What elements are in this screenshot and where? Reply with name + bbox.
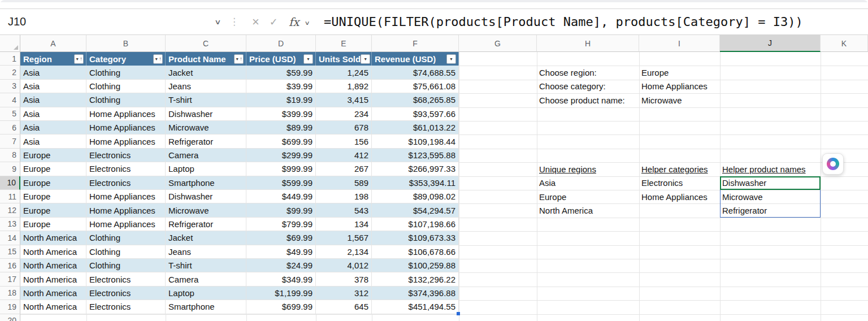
cell-A19[interactable]: North America [20, 300, 86, 314]
cell-D18[interactable]: $1,199.99 [246, 287, 316, 300]
cell-A13[interactable]: Europe [20, 218, 86, 231]
cell-C3[interactable]: Jeans [166, 80, 246, 93]
row-header-5[interactable]: 5 [0, 107, 20, 121]
row-header-8[interactable]: 8 [0, 149, 20, 162]
cell-A12[interactable]: Europe [20, 203, 86, 217]
cell-B6[interactable]: Home Appliances [86, 121, 166, 135]
cell-B8[interactable]: Electronics [86, 149, 166, 162]
cell-I4[interactable]: Microwave [639, 93, 720, 107]
column-header-G[interactable]: G [459, 35, 537, 52]
cell-A18[interactable]: North America [20, 287, 86, 300]
cell-C5[interactable]: Dishwasher [166, 107, 246, 121]
table-resize-handle[interactable] [457, 312, 460, 315]
cell-D14[interactable]: $69.99 [246, 231, 316, 245]
table-header-product-name[interactable]: Product Name▼↑ [166, 52, 246, 66]
cell-E7[interactable]: 156 [316, 135, 372, 148]
cell-B11[interactable]: Home Appliances [86, 190, 166, 203]
row-header-12[interactable]: 12 [0, 203, 20, 217]
cell-E15[interactable]: 2,134 [316, 245, 372, 259]
cell-F5[interactable]: $93,597.66 [372, 107, 459, 121]
row-header-10[interactable]: 10 [0, 176, 20, 190]
cell-C7[interactable]: Refrigerator [166, 135, 246, 148]
cell-B17[interactable]: Electronics [86, 272, 166, 286]
row-header-14[interactable]: 14 [0, 231, 20, 245]
cell-F9[interactable]: $266,997.33 [372, 162, 459, 176]
cell-D11[interactable]: $449.99 [246, 190, 316, 203]
cell-B13[interactable]: Home Appliances [86, 218, 166, 231]
cell-B19[interactable]: Electronics [86, 300, 166, 314]
table-header-category[interactable]: Category▼↑ [86, 52, 166, 66]
cell-A2[interactable]: Asia [20, 66, 86, 79]
cell-D10[interactable]: $599.99 [246, 176, 316, 190]
cell-A17[interactable]: North America [20, 272, 86, 286]
column-header-F[interactable]: F [372, 35, 459, 52]
formula-expand-chevron-icon[interactable]: ∨ [304, 20, 310, 26]
cell-D15[interactable]: $49.99 [246, 245, 316, 259]
table-header-region[interactable]: Region▼↑ [20, 52, 86, 66]
cell-H10[interactable]: Asia [537, 176, 639, 190]
column-header-I[interactable]: I [639, 35, 720, 52]
cell-D3[interactable]: $39.99 [246, 80, 316, 93]
cell-H12[interactable]: North America [537, 203, 639, 217]
cell-D13[interactable]: $799.99 [246, 218, 316, 231]
cell-E12[interactable]: 543 [316, 203, 372, 217]
cell-A5[interactable]: Asia [20, 107, 86, 121]
cell-C14[interactable]: Jacket [166, 231, 246, 245]
row-header-6[interactable]: 6 [0, 121, 20, 135]
cell-E4[interactable]: 3,415 [316, 93, 372, 107]
formula-input[interactable]: =UNIQUE(FILTER(products[Product Name], p… [324, 15, 803, 29]
cell-B4[interactable]: Clothing [86, 93, 166, 107]
cell-F2[interactable]: $74,688.55 [372, 66, 459, 79]
row-header-7[interactable]: 7 [0, 135, 20, 148]
row-header-20[interactable]: 20 [0, 314, 20, 321]
cell-I2[interactable]: Europe [639, 66, 720, 79]
cell-D19[interactable]: $699.99 [246, 300, 316, 314]
copilot-button[interactable] [822, 153, 844, 175]
cell-F18[interactable]: $374,396.88 [372, 287, 459, 300]
cell-F6[interactable]: $61,013.22 [372, 121, 459, 135]
cell-D7[interactable]: $699.99 [246, 135, 316, 148]
cell-A3[interactable]: Asia [20, 80, 86, 93]
cell-A4[interactable]: Asia [20, 93, 86, 107]
cell-B10[interactable]: Electronics [86, 176, 166, 190]
cell-F10[interactable]: $353,394.11 [372, 176, 459, 190]
cell-A8[interactable]: Europe [20, 149, 86, 162]
cell-C11[interactable]: Dishwasher [166, 190, 246, 203]
cell-E2[interactable]: 1,245 [316, 66, 372, 79]
cell-E19[interactable]: 645 [316, 300, 372, 314]
table-header-price-usd-[interactable]: Price (USD)▼ [246, 52, 316, 66]
cell-C19[interactable]: Smartphone [166, 300, 246, 314]
cell-D17[interactable]: $349.99 [246, 272, 316, 286]
cell-D12[interactable]: $99.99 [246, 203, 316, 217]
name-box[interactable]: J10 ∨ [0, 9, 227, 34]
row-header-16[interactable]: 16 [0, 259, 20, 272]
cell-A6[interactable]: Asia [20, 121, 86, 135]
row-header-3[interactable]: 3 [0, 80, 20, 93]
column-header-J[interactable]: J [720, 35, 821, 52]
cell-F12[interactable]: $54,294.57 [372, 203, 459, 217]
cell-A10[interactable]: Europe [20, 176, 86, 190]
cell-B9[interactable]: Electronics [86, 162, 166, 176]
row-header-18[interactable]: 18 [0, 287, 20, 300]
column-header-D[interactable]: D [246, 35, 316, 52]
filter-sort-icon[interactable]: ▼↑ [74, 54, 84, 64]
cell-B18[interactable]: Electronics [86, 287, 166, 300]
row-header-11[interactable]: 11 [0, 190, 20, 203]
cell-F13[interactable]: $107,198.66 [372, 218, 459, 231]
cell-C8[interactable]: Camera [166, 149, 246, 162]
cell-B16[interactable]: Clothing [86, 259, 166, 272]
cell-D16[interactable]: $24.99 [246, 259, 316, 272]
cell-F4[interactable]: $68,265.85 [372, 93, 459, 107]
cell-C6[interactable]: Microwave [166, 121, 246, 135]
cell-F7[interactable]: $109,198.44 [372, 135, 459, 148]
cell-E5[interactable]: 234 [316, 107, 372, 121]
cell-C17[interactable]: Camera [166, 272, 246, 286]
cell-E9[interactable]: 267 [316, 162, 372, 176]
cell-I10[interactable]: Electronics [639, 176, 720, 190]
cell-I3[interactable]: Home Appliances [639, 80, 720, 93]
cell-H3[interactable]: Choose category: [537, 80, 639, 93]
cell-D9[interactable]: $999.99 [246, 162, 316, 176]
cell-F3[interactable]: $75,661.08 [372, 80, 459, 93]
table-header-revenue-usd-[interactable]: Revenue (USD)▼ [372, 52, 459, 66]
column-header-A[interactable]: A [20, 35, 86, 52]
